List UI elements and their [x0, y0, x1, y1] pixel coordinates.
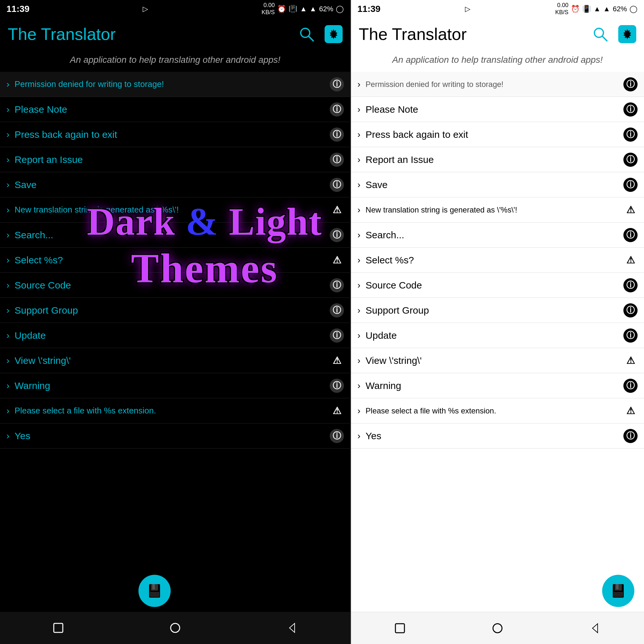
item-label: New translation string is generated as \…: [14, 205, 179, 215]
list-item[interactable]: › Warning ⓘ: [351, 373, 644, 398]
chevron-icon: ›: [6, 129, 9, 140]
battery-light: 62%: [613, 5, 627, 13]
list-item[interactable]: › Save ⓘ: [351, 172, 644, 197]
chevron-icon: ›: [357, 255, 360, 265]
item-label: Save: [365, 179, 387, 190]
info-icon[interactable]: ⓘ: [623, 128, 638, 142]
nav-back-dark[interactable]: [279, 615, 305, 641]
warning-icon[interactable]: ⚠: [330, 354, 344, 368]
info-icon[interactable]: ⓘ: [330, 102, 344, 117]
nav-bar-dark: [0, 612, 350, 644]
kb-light: 0.00KB/S: [555, 2, 568, 16]
list-item[interactable]: › Source Code ⓘ: [351, 273, 644, 298]
info-icon[interactable]: ⓘ: [330, 303, 344, 317]
app-header-dark: The Translator: [0, 18, 350, 50]
list-item[interactable]: › Press back again to exit ⓘ: [0, 122, 350, 147]
list-item[interactable]: › Permission denied for writing to stora…: [0, 72, 350, 97]
list-item-left: › Please Note: [6, 104, 330, 115]
list-item[interactable]: › Support Group ⓘ: [351, 298, 644, 323]
list-item-left: › Permission denied for writing to stora…: [357, 79, 623, 90]
fab-button-light[interactable]: [602, 575, 634, 607]
info-icon[interactable]: ⓘ: [330, 429, 344, 443]
list-item[interactable]: › Select %s? ⚠: [0, 248, 350, 273]
time-light: 11:39: [357, 4, 381, 14]
list-item[interactable]: › Please Note ⓘ: [0, 97, 350, 122]
info-icon[interactable]: ⓘ: [330, 278, 344, 292]
nav-back-light[interactable]: [582, 615, 608, 641]
list-item[interactable]: › Source Code ⓘ: [0, 273, 350, 298]
svg-line-7: [602, 36, 607, 41]
list-item[interactable]: › View \'string\' ⚠: [0, 348, 350, 373]
list-item[interactable]: › Press back again to exit ⓘ: [351, 122, 644, 147]
info-icon[interactable]: ⓘ: [623, 178, 638, 192]
item-label: Update: [14, 330, 46, 341]
alarm-icon-light: ⏰: [571, 5, 580, 13]
nav-recent-dark[interactable]: [45, 615, 71, 641]
chevron-icon: ›: [357, 129, 360, 140]
info-icon[interactable]: ⓘ: [330, 178, 344, 192]
settings-button-dark[interactable]: [325, 25, 343, 43]
list-item[interactable]: › Warning ⓘ: [0, 373, 350, 398]
list-item-left: › Support Group: [6, 305, 330, 316]
list-item[interactable]: › Save ⓘ: [0, 172, 350, 197]
nav-recent-light[interactable]: [387, 615, 413, 641]
info-icon[interactable]: ⓘ: [330, 228, 344, 242]
info-icon[interactable]: ⓘ: [623, 429, 638, 443]
item-label: Source Code: [365, 280, 422, 291]
warning-icon[interactable]: ⚠: [330, 203, 344, 217]
status-icons-light: 0.00KB/S ⏰ 📳 ▲ ▲ 62% ◯: [555, 2, 638, 16]
settings-button-light[interactable]: [618, 25, 636, 43]
info-icon[interactable]: ⓘ: [623, 328, 638, 343]
warning-icon[interactable]: ⚠: [623, 354, 638, 368]
info-icon[interactable]: ⓘ: [330, 128, 344, 142]
list-item[interactable]: › Please select a file with %s extension…: [0, 398, 350, 423]
warning-icon[interactable]: ⚠: [330, 253, 344, 267]
warning-icon[interactable]: ⚠: [623, 203, 638, 217]
info-icon[interactable]: ⓘ: [623, 153, 638, 167]
info-icon[interactable]: ⓘ: [623, 303, 638, 317]
wifi-icon-dark: ▲: [300, 5, 307, 13]
list-item[interactable]: › Please select a file with %s extension…: [351, 398, 644, 423]
list-item[interactable]: › Report an Issue ⓘ: [351, 147, 644, 172]
info-icon[interactable]: ⓘ: [623, 228, 638, 242]
info-icon[interactable]: ⓘ: [330, 379, 344, 393]
list-item[interactable]: › Yes ⓘ: [351, 423, 644, 449]
nav-home-dark[interactable]: [162, 615, 188, 641]
info-icon[interactable]: ⓘ: [330, 328, 344, 343]
battery-icon-light: ◯: [630, 5, 638, 13]
list-item[interactable]: › Yes ⓘ: [0, 423, 350, 449]
list-item-left: › Support Group: [357, 305, 623, 316]
warning-icon[interactable]: ⚠: [330, 404, 344, 418]
list-item[interactable]: › Search... ⓘ: [351, 223, 644, 248]
list-item[interactable]: › Update ⓘ: [351, 323, 644, 348]
fab-button-dark[interactable]: [138, 575, 171, 607]
list-item[interactable]: › Support Group ⓘ: [0, 298, 350, 323]
list-item[interactable]: › Select %s? ⚠: [351, 248, 644, 273]
svg-point-0: [301, 28, 310, 37]
list-item[interactable]: › Please Note ⓘ: [351, 97, 644, 122]
nav-home-light[interactable]: [485, 615, 510, 641]
info-icon[interactable]: ⓘ: [330, 153, 344, 167]
info-icon[interactable]: ⓘ: [623, 102, 638, 117]
item-label: Search...: [14, 230, 53, 241]
list-item[interactable]: › New translation string is generated as…: [351, 197, 644, 223]
warning-icon[interactable]: ⚠: [623, 404, 638, 418]
search-button-light[interactable]: [591, 25, 609, 43]
info-icon[interactable]: ⓘ: [623, 278, 638, 292]
search-button-dark[interactable]: [298, 25, 316, 43]
list-item[interactable]: › Update ⓘ: [0, 323, 350, 348]
warning-icon[interactable]: ⚠: [623, 253, 638, 267]
list-item[interactable]: › Search... ⓘ: [0, 223, 350, 248]
info-icon[interactable]: ⓘ: [623, 379, 638, 393]
info-icon[interactable]: ⓘ: [623, 77, 638, 91]
list-item[interactable]: › Report an Issue ⓘ: [0, 147, 350, 172]
chevron-icon: ›: [357, 406, 360, 416]
chevron-icon: ›: [357, 79, 360, 90]
chevron-icon: ›: [6, 255, 9, 265]
list-item[interactable]: › View \'string\' ⚠: [351, 348, 644, 373]
svg-line-1: [308, 36, 314, 41]
info-icon[interactable]: ⓘ: [330, 77, 344, 91]
list-item[interactable]: › New translation string is generated as…: [0, 197, 350, 223]
chevron-icon: ›: [357, 155, 360, 165]
list-item[interactable]: › Permission denied for writing to stora…: [351, 72, 644, 97]
